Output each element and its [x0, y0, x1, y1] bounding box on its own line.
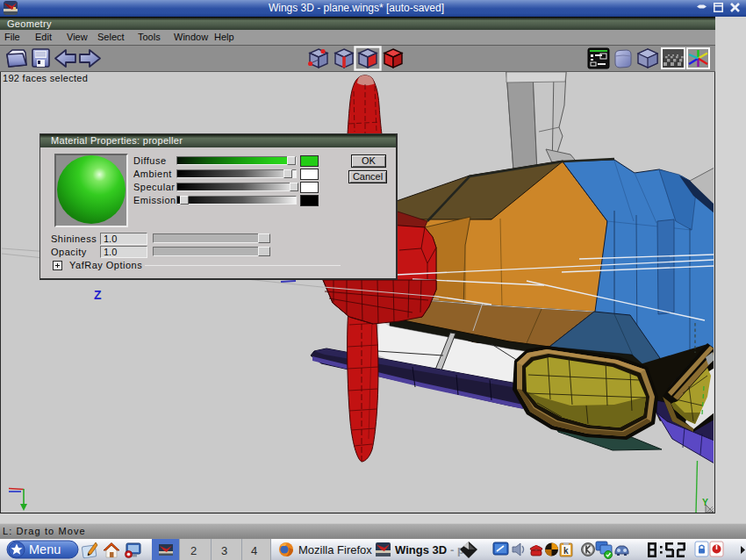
- svg-text:Menu: Menu: [29, 542, 61, 556]
- svg-text:4: 4: [251, 544, 257, 557]
- svg-text:Mozilla Firefox: Mozilla Firefox: [298, 543, 372, 556]
- svg-text:3: 3: [221, 544, 227, 557]
- svg-text:Wings 3D: Wings 3D: [395, 543, 447, 556]
- svg-text:Y: Y: [702, 497, 708, 507]
- svg-text:2: 2: [190, 544, 197, 557]
- svg-text:k: k: [563, 546, 569, 556]
